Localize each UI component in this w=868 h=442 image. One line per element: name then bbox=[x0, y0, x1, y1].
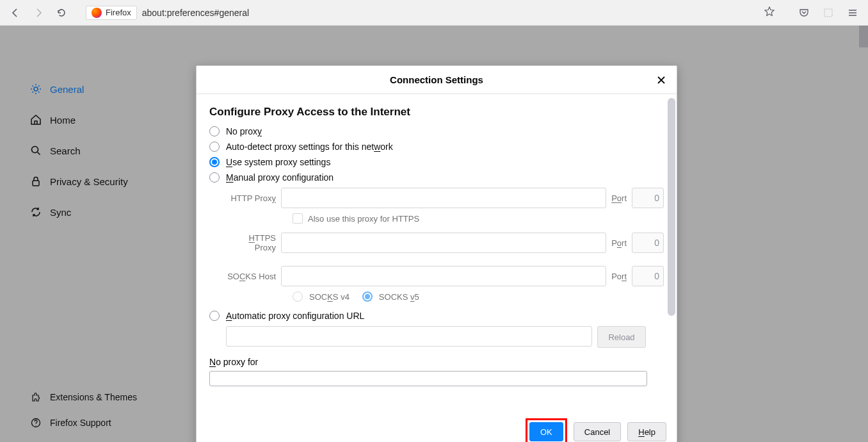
radio-system-proxy[interactable]: Use system proxy settings bbox=[209, 157, 664, 167]
app-menu-button[interactable] bbox=[842, 3, 863, 23]
dialog-title-bar: Connection Settings bbox=[197, 66, 677, 94]
http-port-input[interactable] bbox=[632, 188, 664, 208]
radio-icon bbox=[209, 157, 220, 167]
port-label: Port bbox=[611, 238, 627, 248]
dialog-scrollbar[interactable] bbox=[668, 98, 675, 316]
https-port-input[interactable] bbox=[632, 233, 664, 253]
radio-socks-v5[interactable]: SOCKS v5 bbox=[362, 291, 419, 302]
dialog-button-bar: OK Cancel Help bbox=[197, 412, 677, 442]
account-button[interactable] bbox=[818, 3, 839, 23]
hamburger-icon bbox=[848, 8, 858, 18]
manual-proxy-fields: HTTP Proxy Port Also use this proxy for … bbox=[226, 188, 664, 302]
close-button[interactable] bbox=[654, 72, 669, 88]
firefox-icon bbox=[92, 8, 102, 18]
socks-port-input[interactable] bbox=[632, 266, 664, 286]
close-icon bbox=[657, 76, 666, 85]
connection-settings-dialog: Connection Settings Configure Proxy Acce… bbox=[196, 65, 677, 442]
https-proxy-label: HTTPS Proxy bbox=[226, 233, 276, 252]
url-bar[interactable]: Firefox about:preferences#general bbox=[81, 3, 780, 22]
identity-box[interactable]: Firefox bbox=[86, 6, 137, 20]
radio-icon bbox=[293, 291, 303, 302]
auto-config-url-input[interactable] bbox=[226, 326, 592, 347]
port-label: Port bbox=[611, 193, 627, 203]
dialog-title: Connection Settings bbox=[390, 74, 483, 85]
https-proxy-input[interactable] bbox=[281, 233, 606, 253]
pocket-icon bbox=[799, 8, 809, 18]
radio-icon bbox=[362, 291, 373, 302]
checkbox-icon bbox=[293, 213, 303, 224]
http-proxy-label: HTTP Proxy bbox=[226, 193, 276, 203]
radio-socks-v4[interactable]: SOCKS v4 bbox=[293, 291, 350, 302]
arrow-left-icon bbox=[10, 8, 20, 18]
bookmark-star-icon[interactable] bbox=[764, 6, 775, 19]
reload-icon bbox=[56, 8, 67, 18]
help-button[interactable]: Help bbox=[627, 422, 666, 441]
radio-icon bbox=[209, 311, 220, 321]
account-icon bbox=[823, 8, 833, 18]
dialog-body: Configure Proxy Access to the Internet N… bbox=[197, 94, 677, 412]
no-proxy-for-textarea[interactable] bbox=[209, 371, 647, 386]
back-button[interactable] bbox=[5, 3, 26, 23]
svg-rect-0 bbox=[824, 9, 832, 17]
http-proxy-input[interactable] bbox=[281, 188, 606, 208]
radio-no-proxy[interactable]: No proxy bbox=[209, 126, 664, 136]
main-area: General Home Search Privacy & Security S… bbox=[0, 26, 868, 442]
radio-icon bbox=[209, 172, 220, 183]
pocket-button[interactable] bbox=[794, 3, 814, 23]
cancel-button[interactable]: Cancel bbox=[574, 422, 621, 441]
radio-auto-url[interactable]: Automatic proxy configuration URL bbox=[209, 311, 664, 321]
socks-host-input[interactable] bbox=[281, 266, 606, 286]
forward-button[interactable] bbox=[28, 3, 49, 23]
socks-host-label: SOCKS Host bbox=[226, 272, 276, 281]
no-proxy-for-label: No proxy for bbox=[209, 357, 664, 367]
also-https-checkbox[interactable]: Also use this proxy for HTTPS bbox=[293, 213, 664, 224]
reload-button[interactable]: Reload bbox=[597, 326, 646, 348]
ok-button[interactable]: OK bbox=[529, 422, 563, 441]
identity-label: Firefox bbox=[106, 8, 131, 17]
browser-toolbar: Firefox about:preferences#general bbox=[0, 0, 868, 26]
url-text: about:preferences#general bbox=[142, 8, 249, 18]
radio-manual-proxy[interactable]: Manual proxy configuration bbox=[209, 172, 664, 183]
port-label: Port bbox=[611, 272, 627, 281]
reload-button[interactable] bbox=[51, 3, 72, 23]
arrow-right-icon bbox=[33, 8, 44, 18]
ok-button-highlight: OK bbox=[526, 418, 567, 442]
radio-auto-detect[interactable]: Auto-detect proxy settings for this netw… bbox=[209, 142, 664, 152]
section-heading: Configure Proxy Access to the Internet bbox=[209, 106, 664, 119]
radio-icon bbox=[209, 126, 220, 136]
radio-icon bbox=[209, 142, 220, 152]
